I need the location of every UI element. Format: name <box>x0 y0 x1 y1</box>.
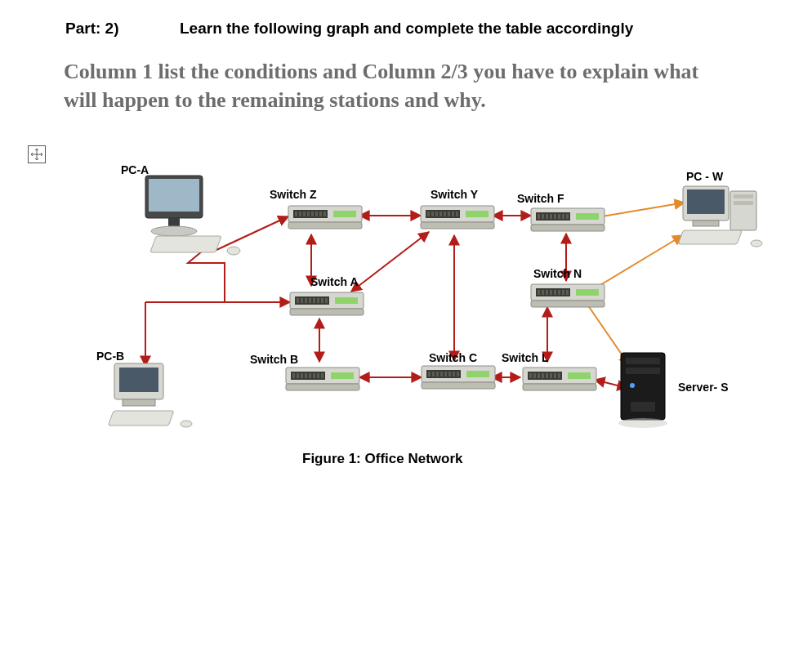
svg-rect-53 <box>693 221 719 226</box>
label-switch-y: Switch Y <box>431 188 478 201</box>
switch-b-icon <box>286 368 359 390</box>
switch-y-icon <box>421 206 494 229</box>
server-s-icon <box>618 353 667 428</box>
heading-part: Part: 2) <box>65 20 118 38</box>
svg-point-50 <box>181 421 192 427</box>
move-handle-icon <box>28 145 46 163</box>
label-switch-a: Switch A <box>310 275 359 288</box>
pc-b-icon <box>108 363 192 427</box>
svg-rect-49 <box>108 411 174 426</box>
switch-a-icon <box>290 292 364 315</box>
svg-line-10 <box>351 232 429 292</box>
figure-caption: Figure 1: Office Network <box>302 451 462 467</box>
label-pc-a: PC-A <box>121 163 149 176</box>
svg-point-55 <box>751 240 762 247</box>
svg-line-17 <box>588 235 683 292</box>
svg-line-12 <box>216 216 288 250</box>
label-switch-z: Switch Z <box>270 188 317 201</box>
label-pc-w: PC - W <box>686 170 723 183</box>
switch-f-icon <box>531 208 605 231</box>
svg-rect-54 <box>678 230 742 244</box>
label-switch-c: Switch C <box>429 351 477 364</box>
label-switch-f: Switch F <box>517 192 564 205</box>
svg-rect-52 <box>687 189 725 214</box>
switch-l-icon <box>523 368 596 390</box>
switch-z-icon <box>288 206 362 229</box>
svg-rect-51 <box>683 186 729 221</box>
svg-rect-46 <box>114 363 163 399</box>
label-switch-l: Switch L <box>502 351 549 364</box>
label-server-s: Server- S <box>678 381 728 394</box>
label-pc-b: PC-B <box>96 350 124 363</box>
pc-w-icon <box>678 186 762 247</box>
svg-rect-48 <box>123 399 155 406</box>
svg-line-15 <box>595 380 627 388</box>
pc-a-icon <box>145 176 240 255</box>
subtitle-text: Column 1 list the conditions and Column … <box>64 57 734 114</box>
switch-c-icon <box>422 366 495 389</box>
label-switch-n: Switch N <box>533 267 582 280</box>
label-switch-b: Switch B <box>250 353 298 366</box>
svg-line-16 <box>602 203 685 216</box>
heading-instruction: Learn the following graph and complete t… <box>180 20 633 38</box>
switch-n-icon <box>531 284 605 307</box>
svg-rect-47 <box>119 368 158 392</box>
svg-line-18 <box>584 300 629 365</box>
